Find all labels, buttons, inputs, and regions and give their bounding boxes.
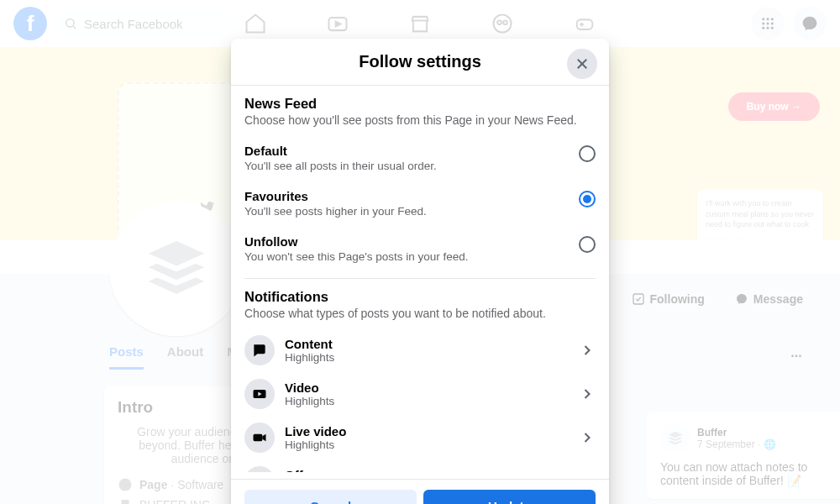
- close-button[interactable]: [567, 49, 597, 79]
- option-desc: You won't see this Page's posts in your …: [244, 250, 469, 263]
- notif-row-video[interactable]: Video Highlights: [244, 372, 596, 416]
- live-video-icon: [244, 423, 275, 453]
- modal-header: Follow settings: [231, 39, 609, 86]
- close-icon: [575, 56, 590, 71]
- content-icon: [244, 335, 275, 365]
- section-divider: [244, 278, 596, 279]
- option-desc: You'll see all posts in their usual orde…: [244, 160, 437, 172]
- chevron-right-icon: [579, 386, 596, 402]
- video-icon: [244, 379, 275, 409]
- option-title: Favourites: [244, 189, 427, 203]
- notif-title: Content: [285, 337, 569, 351]
- notif-row-content[interactable]: Content Highlights: [244, 328, 596, 372]
- update-button[interactable]: Update: [423, 490, 596, 504]
- svg-rect-22: [254, 434, 263, 441]
- notif-desc: Highlights: [285, 395, 569, 407]
- newsfeed-option-unfollow[interactable]: Unfollow You won't see this Page's posts…: [244, 226, 596, 271]
- radio-favourites[interactable]: [579, 191, 596, 207]
- chevron-right-icon: [579, 342, 596, 359]
- modal-title: Follow settings: [244, 52, 596, 71]
- option-title: Unfollow: [244, 234, 469, 249]
- option-desc: You'll see posts higher in your Feed.: [244, 205, 427, 218]
- follow-settings-modal: Follow settings News Feed Choose how you…: [231, 39, 609, 504]
- notif-row-live-video[interactable]: Live video Highlights: [244, 416, 596, 459]
- option-title: Default: [244, 144, 437, 158]
- notif-desc: Highlights: [285, 438, 569, 451]
- cancel-button[interactable]: Cancel: [244, 490, 417, 504]
- newsfeed-option-favourites[interactable]: Favourites You'll see posts higher in yo…: [244, 181, 596, 226]
- notif-desc: Highlights: [285, 351, 569, 364]
- newsfeed-section-title: News Feed: [244, 96, 596, 112]
- notifications-section-title: Notifications: [244, 289, 596, 305]
- newsfeed-option-default[interactable]: Default You'll see all posts in their us…: [244, 135, 596, 181]
- radio-unfollow[interactable]: [579, 236, 596, 253]
- newsfeed-section-sub: Choose how you'll see posts from this Pa…: [244, 113, 596, 127]
- notif-title: Offers: [285, 468, 552, 472]
- modal-body: News Feed Choose how you'll see posts fr…: [231, 86, 609, 472]
- modal-footer: Cancel Update: [231, 479, 609, 504]
- chevron-right-icon: [579, 429, 596, 446]
- notif-row-offers[interactable]: Offers All limited-time discounts and pr…: [244, 459, 596, 472]
- notifications-section-sub: Choose what types of posts you want to b…: [244, 307, 596, 320]
- radio-default[interactable]: [579, 145, 596, 162]
- notif-title: Video: [285, 381, 569, 395]
- notif-title: Live video: [285, 424, 569, 438]
- offers-icon: [244, 466, 275, 472]
